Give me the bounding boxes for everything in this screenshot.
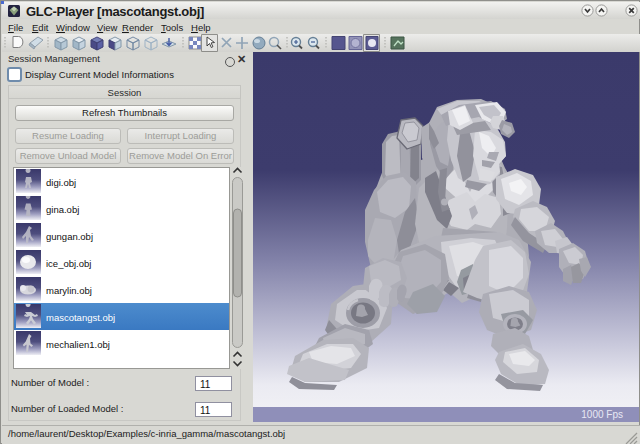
svg-text:1000 Fps: 1000 Fps bbox=[581, 409, 623, 420]
